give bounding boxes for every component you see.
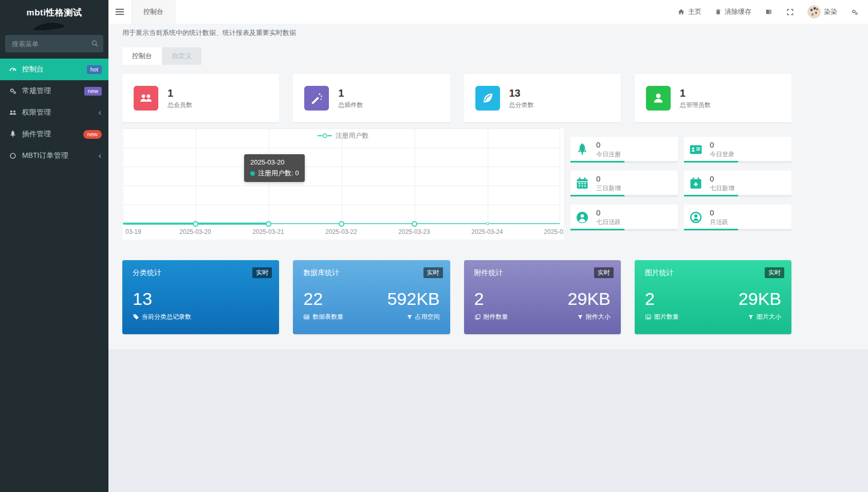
mini-stat-label: 今日注册	[596, 150, 621, 159]
x-tick-label: 2025-03-23	[398, 228, 430, 235]
calendar-plus-icon	[687, 176, 705, 191]
search-input[interactable]	[5, 35, 103, 52]
dashboard-panel: 用于展示当前系统中的统计数据、统计报表及重要实时数据 控制台 自定义 1 总会员…	[108, 24, 868, 350]
table-icon	[303, 314, 310, 320]
mini-stat-3day-new: 0 三日新增	[570, 171, 678, 196]
legend-line-icon	[318, 133, 332, 138]
brand-title: mbti性格测试	[0, 0, 108, 19]
sidebar-item-permissions[interactable]: 权限管理 ‹	[0, 102, 108, 123]
mini-stat-7day-new: 0 七日新增	[684, 171, 791, 196]
sidebar: mbti性格测试 控制台 hot 常规管理 new	[0, 0, 108, 492]
user-menu[interactable]: 染染	[807, 5, 837, 19]
card-title: 附件统计	[474, 268, 611, 278]
users-icon	[9, 108, 17, 117]
expand-icon	[786, 8, 794, 16]
circle-icon	[9, 152, 17, 160]
stat-label: 总会员数	[168, 101, 192, 110]
mini-stat-label: 七日活跃	[596, 218, 621, 227]
tab-custom[interactable]: 自定义	[162, 47, 201, 65]
sidebar-item-general[interactable]: 常规管理 new	[0, 80, 108, 102]
stat-label: 总管理员数	[680, 101, 711, 110]
stat-label: 总插件数	[338, 101, 363, 110]
x-tick-label: 2025-03-20	[179, 228, 211, 235]
chart-row: 注册用户数 03-19 2025-03-20 2025-03-21 2025-0…	[122, 129, 791, 240]
mini-stat-value: 0	[596, 140, 621, 149]
mini-stat-today-login: 0 今日登录	[684, 137, 791, 162]
navbar-tab-dashboard[interactable]: 控制台	[131, 0, 176, 24]
menu-toggle-icon[interactable]	[108, 0, 131, 24]
chart-marker	[193, 221, 198, 227]
stat-label: 总分类数	[509, 101, 534, 110]
image-stats-card: 图片统计 实时 2 29KB 图片数量	[635, 260, 791, 334]
leaf-icon	[475, 86, 500, 111]
logo-image	[28, 20, 69, 32]
sidebar-item-label: 控制台	[22, 65, 44, 74]
clear-cache-label: 清除缓存	[725, 7, 751, 16]
filter-icon	[748, 314, 754, 320]
mini-stat-label: 三日新增	[596, 184, 621, 193]
tab-dashboard[interactable]: 控制台	[122, 47, 162, 65]
progress-bar	[684, 195, 791, 196]
progress-bar	[684, 161, 791, 162]
card-footer-label: 图片大小	[756, 313, 781, 321]
realtime-badge: 实时	[252, 267, 272, 278]
chart-grid	[123, 129, 560, 224]
card-footer-label: 附件数量	[484, 313, 508, 321]
chart-tooltip: 2025-03-20 注册用户数: 0	[244, 154, 305, 182]
mini-stat-value: 0	[596, 208, 621, 217]
home-icon	[677, 8, 685, 15]
language-button[interactable]	[765, 8, 773, 16]
angle-left-icon: ‹	[99, 152, 101, 160]
x-tick-label: 2025-03-21	[252, 228, 284, 235]
stat-total-members: 1 总会员数	[122, 74, 279, 122]
clear-cache-link[interactable]: 清除缓存	[715, 7, 751, 16]
admin-user-icon	[646, 86, 671, 111]
avatar	[807, 5, 821, 19]
summary-cards-row: 分类统计 实时 13 当前分类总记录数	[122, 260, 791, 334]
id-card-icon	[687, 142, 705, 157]
progress-bar	[570, 229, 678, 230]
home-link[interactable]: 主页	[677, 7, 701, 16]
fullscreen-button[interactable]	[786, 8, 794, 16]
stat-value: 1	[168, 87, 192, 99]
sidebar-item-dashboard[interactable]: 控制台 hot	[0, 59, 108, 80]
mini-stat-today-registered: 0 今日注册	[570, 137, 678, 162]
sidebar-item-label: MBTI订单管理	[22, 151, 68, 160]
sidebar-item-label: 权限管理	[22, 108, 51, 117]
sidebar-item-mbti-orders[interactable]: MBTI订单管理 ‹	[0, 145, 108, 167]
rocket-icon	[9, 130, 17, 138]
card-value-right: 592KB	[387, 289, 439, 308]
stat-total-admins: 1 总管理员数	[635, 74, 791, 122]
stat-total-categories: 13 总分类数	[464, 74, 621, 122]
search-icon[interactable]	[91, 40, 99, 47]
navbar-right: 主页 清除缓存	[677, 5, 868, 19]
tooltip-value: 注册用户数: 0	[258, 169, 299, 178]
series-dot-icon	[250, 171, 255, 176]
magic-wand-icon	[304, 86, 329, 111]
filter-icon	[577, 314, 583, 320]
mini-stat-value: 0	[710, 140, 734, 149]
stat-total-plugins: 1 总插件数	[293, 74, 450, 122]
sidebar-item-plugins[interactable]: 插件管理 new	[0, 123, 108, 145]
card-title: 图片统计	[645, 268, 781, 278]
card-footer-label: 当前分类总记录数	[142, 313, 191, 321]
realtime-badge: 实时	[423, 267, 443, 278]
app-window: mbti性格测试 控制台 hot 常规管理 new	[0, 0, 868, 492]
gear-icon	[851, 8, 859, 16]
hot-badge: hot	[87, 65, 102, 74]
mini-stat-label: 今日登录	[710, 150, 734, 159]
cogs-icon	[9, 87, 17, 95]
chart-legend[interactable]: 注册用户数	[122, 131, 564, 140]
stat-value: 1	[680, 87, 711, 99]
card-value-left: 2	[645, 289, 655, 308]
card-footer-label: 图片数量	[654, 313, 679, 321]
settings-button[interactable]	[851, 8, 859, 16]
card-footer-label: 数据表数量	[312, 313, 343, 321]
sidebar-menu: 控制台 hot 常规管理 new 权限管理 ‹	[0, 59, 108, 167]
chart-marker	[266, 221, 271, 227]
registered-users-chart: 注册用户数 03-19 2025-03-20 2025-03-21 2025-0…	[122, 129, 564, 240]
calendar-icon	[574, 176, 591, 191]
stat-value: 1	[338, 87, 363, 99]
card-value-left: 2	[474, 289, 484, 308]
stat-value: 13	[509, 87, 534, 99]
